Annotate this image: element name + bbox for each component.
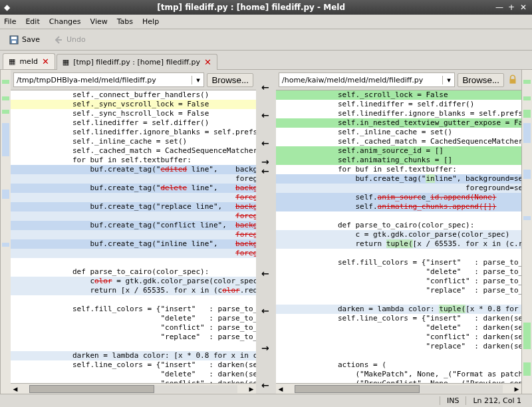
tab-close-icon[interactable]: ✕ [204,57,211,67]
code-line[interactable]: self.linediffer = self.differ() [11,118,256,128]
left-hscroll[interactable]: ◀▶ [11,383,256,394]
code-line[interactable]: self.animating_chunks = [] [276,156,521,165]
merge-arrow[interactable]: ← [261,380,269,390]
code-line[interactable]: buf.create_tag("conflict line", backgrou… [11,221,256,230]
code-line[interactable] [11,342,256,351]
overview-mark[interactable] [523,96,531,100]
close-button[interactable]: ✕ [519,3,528,12]
code-line[interactable]: self.animating_chunks.append([]) [276,202,521,211]
code-line[interactable]: darken = lambda color: [x * 0.8 for x in… [11,351,256,360]
menu-help[interactable]: Help [142,17,159,26]
code-line[interactable]: "delete" : darken(self. [276,323,521,333]
code-line[interactable]: "conflict" : parse_to_cai [11,323,256,333]
code-line[interactable]: "delete" : parse_to_cai [11,314,256,323]
code-line[interactable]: "replace" : darken(self. [276,342,521,351]
overview-mark[interactable] [2,123,9,156]
code-line[interactable]: buf.create_tag("edited line", backgroun [11,165,256,174]
code-line[interactable]: "replace" : parse_to_cai [276,286,521,295]
minimize-button[interactable]: — [495,3,504,12]
merge-arrow[interactable]: ← [261,138,269,148]
code-line[interactable]: return tuple([x / 65535. for x in (c.red… [276,239,521,249]
code-line[interactable] [276,295,521,305]
menu-edit[interactable]: Edit [25,17,39,26]
code-line[interactable]: actions = ( [276,360,521,370]
left-code-view[interactable]: self._connect_buffer_handlers() self._sy… [11,90,256,383]
code-line[interactable]: buf.create_tag("inline line", backgroun [11,239,256,249]
code-line[interactable] [276,351,521,360]
code-line[interactable]: foregroun [11,211,256,221]
code-line[interactable]: self.linediffer.ignore_blanks = self.pre… [11,128,256,137]
undo-button[interactable]: Undo [49,32,90,48]
merge-arrow[interactable]: → [261,342,269,353]
overview-mark[interactable] [2,243,9,247]
code-line[interactable]: ("MakePatch", None, _("Format as patch..… [276,370,521,379]
code-line[interactable]: self._scroll_lock = False [276,90,521,100]
code-line[interactable]: self._cached_match = CachedSequenceMatch… [276,137,521,146]
code-line[interactable]: for buf in self.textbuffer: [11,156,256,165]
code-line[interactable] [11,295,256,305]
lock-icon[interactable] [507,74,519,86]
code-line[interactable]: "conflict" : darken(self. [276,333,521,342]
code-line[interactable]: "delete" : parse_to_cai [276,267,521,277]
code-line[interactable]: self.in_nested_textview_gutter_expose = … [276,118,521,128]
overview-mark[interactable] [523,216,531,220]
code-line[interactable]: "conflict" : parse_to_cai [276,277,521,286]
merge-arrow[interactable]: ← [261,82,269,92]
code-line[interactable]: buf.create_tag("replace line", backgroun [11,202,256,211]
overview-mark[interactable] [2,80,9,84]
code-line[interactable]: buf.create_tag("delete line", backgroun [11,184,256,193]
code-line[interactable]: self.line_colors = {"insert" : darken(se… [276,314,521,323]
overview-mark[interactable] [2,190,9,199]
overview-left[interactable] [0,70,11,394]
code-line[interactable]: self.anim_source_id = [] [276,146,521,156]
code-line[interactable]: def parse_to_cairo(color_spec): [276,221,521,230]
code-line[interactable]: color = gtk.gdk.color_parse(color_spec) [11,277,256,286]
code-line[interactable]: self.line_colors = {"insert" : darken(se… [11,360,256,370]
dropdown-icon[interactable]: ▾ [192,76,203,84]
code-line[interactable]: darken = lambda color: tuple([x * 0.8 fo… [276,305,521,314]
maximize-button[interactable]: + [507,3,516,12]
code-line[interactable]: foregroun [11,193,256,202]
code-line[interactable]: self.linediffer = self.differ() [276,100,521,109]
code-line[interactable] [276,249,521,258]
overview-mark[interactable] [523,110,531,118]
code-line[interactable] [276,211,521,221]
overview-mark[interactable] [523,323,531,349]
code-line[interactable]: "replace" : parse_to_cai [11,333,256,342]
code-line[interactable]: self.linediffer.ignore_blanks = self.pre… [276,109,521,118]
right-path-input[interactable] [279,76,442,84]
tab-meld[interactable]: ▦ meld ✕ [3,53,55,69]
code-line[interactable]: self.fill_colors = {"insert" : parse_to_… [276,258,521,267]
left-path-input[interactable] [14,76,192,84]
overview-mark[interactable] [523,80,531,84]
code-line[interactable]: "delete" : darken(self. [11,370,256,379]
right-code-view[interactable]: self._scroll_lock = False self.linediffe… [276,90,521,383]
merge-arrow[interactable]: ← [261,268,269,279]
merge-arrow[interactable]: ← [261,166,269,176]
overview-mark[interactable] [523,362,531,376]
menu-changes[interactable]: Changes [49,17,81,26]
right-hscroll[interactable]: ◀▶ [276,383,521,394]
right-path-combo[interactable]: ▾ [279,72,455,87]
code-line[interactable]: self.fill_colors = {"insert" : parse_to_… [11,305,256,314]
dropdown-icon[interactable]: ▾ [442,76,454,84]
overview-mark[interactable] [2,96,9,100]
menu-view[interactable]: View [90,17,108,26]
merge-arrow[interactable]: ← [261,110,269,120]
overview-mark[interactable] [523,123,531,143]
code-line[interactable]: for buf in self.textbuffer: [276,165,521,174]
code-line[interactable]: "conflict" : darken(self. [11,379,256,383]
code-line[interactable]: return [x / 65535. for x in (color.red, … [11,286,256,295]
overview-right[interactable] [521,70,532,394]
code-line[interactable]: def parse_to_cairo(color_spec): [11,267,256,277]
tab-close-icon[interactable]: ✕ [42,57,49,67]
code-line[interactable]: buf.create_tag("inline", background=self… [276,174,521,184]
code-line[interactable]: ("PrevConflict", None, _("Previous confl… [276,379,521,383]
menu-tabs[interactable]: Tabs [117,17,133,26]
save-button[interactable]: Save [4,32,45,48]
overview-mark[interactable] [523,170,531,179]
code-line[interactable]: self.anim_source_id.append(None) [276,193,521,202]
code-line[interactable]: foregroun [11,174,256,184]
left-browse-button[interactable]: Browse... [207,73,253,87]
code-line[interactable]: self._connect_buffer_handlers() [11,90,256,100]
